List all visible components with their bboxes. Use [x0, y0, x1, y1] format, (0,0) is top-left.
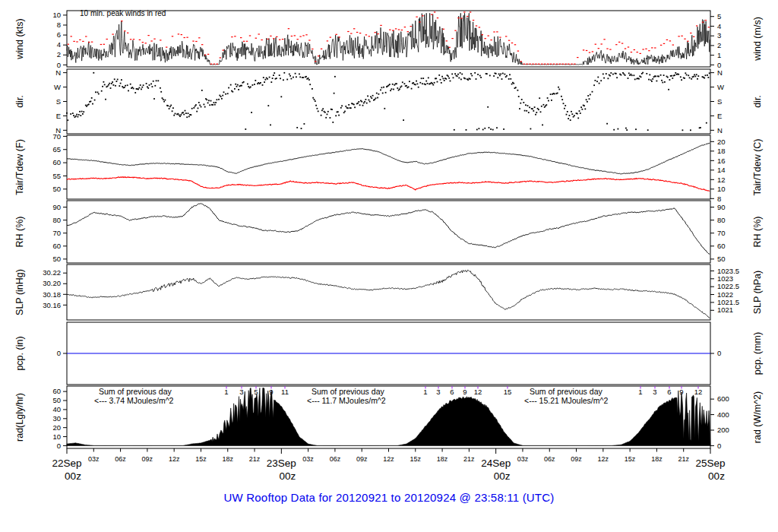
y-tick-label-right-dir: W: [717, 83, 724, 91]
direction-scatter-point: [557, 93, 558, 94]
wind-peak-mark: [511, 43, 513, 43]
direction-scatter-point: [593, 84, 595, 86]
wind-peak-mark: [231, 36, 232, 37]
direction-scatter-point: [314, 99, 315, 100]
wind-peak-mark: [443, 29, 444, 30]
wind-peak-mark: [184, 37, 185, 38]
direction-scatter-point: [492, 129, 494, 131]
direction-scatter-point: [595, 80, 596, 81]
x-hour-label: 21z: [678, 455, 689, 463]
wind-peak-mark: [517, 51, 519, 52]
direction-scatter-point: [227, 93, 229, 94]
wind-peak-mark: [463, 11, 465, 12]
wind-peak-mark: [446, 40, 448, 41]
direction-scatter-point: [511, 84, 513, 85]
direction-scatter-point: [341, 105, 343, 106]
wind-peak-mark: [261, 40, 262, 40]
direction-scatter-point: [445, 78, 447, 80]
wind-peak-mark: [532, 64, 533, 65]
rad-localhour-label: 5: [254, 388, 258, 396]
direction-scatter-point: [191, 114, 192, 116]
direction-scatter-point: [684, 78, 685, 79]
direction-scatter-point: [364, 101, 365, 103]
direction-scatter-point: [434, 82, 435, 84]
wind-peak-mark: [496, 31, 498, 32]
axis-label-left-slp: SLP (inHg): [14, 269, 25, 315]
direction-scatter-point: [262, 84, 264, 86]
direction-scatter-point: [495, 73, 497, 74]
wind-peak-mark: [186, 37, 188, 38]
y-tick-label-left-wind: 8: [57, 21, 61, 29]
wind-peak-mark: [172, 36, 173, 36]
wind-peak-mark: [407, 31, 409, 32]
wind-peak-mark: [451, 38, 453, 39]
direction-scatter-point: [618, 128, 619, 130]
wind-peak-mark: [71, 36, 72, 36]
direction-scatter-point: [496, 127, 498, 128]
direction-scatter-point: [678, 74, 679, 75]
direction-scatter-point: [392, 84, 394, 85]
wind-peak-mark: [684, 39, 685, 40]
wind-peak-mark: [166, 47, 167, 48]
direction-scatter-point: [489, 127, 490, 128]
direction-scatter-point: [334, 93, 335, 94]
wind-peak-mark: [485, 38, 486, 39]
direction-scatter-point: [163, 101, 165, 103]
direction-scatter-point: [535, 114, 536, 116]
wind-peak-mark: [103, 44, 105, 45]
direction-scatter-point: [393, 89, 394, 90]
wind-peak-mark: [305, 34, 307, 35]
direction-scatter-point: [91, 97, 93, 99]
rad-localhour-label: 9: [679, 388, 683, 396]
direction-scatter-point: [646, 73, 647, 74]
direction-scatter-point: [309, 84, 311, 85]
direction-scatter-point: [568, 118, 569, 119]
direction-scatter-point: [304, 123, 305, 125]
direction-scatter-point: [696, 74, 697, 75]
direction-scatter-point: [693, 76, 694, 78]
wind-peak-mark: [416, 17, 417, 17]
direction-scatter-point: [79, 111, 81, 112]
direction-scatter-point: [567, 111, 568, 112]
direction-scatter-point: [232, 91, 233, 93]
wind-peak-mark: [625, 48, 626, 49]
direction-scatter-point: [280, 78, 281, 79]
direction-scatter-point: [603, 78, 605, 79]
wind-peak-mark: [338, 36, 340, 37]
direction-scatter-point: [369, 101, 371, 103]
wind-peak-mark: [220, 57, 221, 58]
wind-peak-mark: [672, 45, 674, 46]
y-tick-label-right-rh: 70: [717, 229, 726, 237]
direction-scatter-point: [250, 87, 251, 88]
direction-scatter-point: [444, 80, 445, 81]
wind-peak-mark: [282, 39, 283, 40]
direction-scatter-point: [596, 81, 598, 82]
direction-scatter-point: [416, 81, 417, 82]
wind-peak-mark: [195, 41, 197, 42]
direction-scatter-point: [173, 115, 175, 116]
direction-scatter-point: [201, 90, 203, 91]
wind-peak-mark: [100, 44, 102, 45]
direction-scatter-point: [616, 77, 618, 78]
x-hour-label: 12z: [383, 455, 394, 463]
direction-scatter-point: [548, 100, 549, 102]
y-tick-label-left-tair: 55: [52, 172, 61, 180]
wind-peak-mark: [198, 37, 200, 38]
direction-scatter-point: [321, 115, 322, 116]
axis-label-right-tair: Tair/Tdew (C): [752, 138, 763, 195]
direction-scatter-point: [198, 108, 199, 109]
direction-scatter-point: [586, 99, 587, 100]
direction-scatter-point: [406, 85, 407, 87]
rad-localhour-label: 6: [667, 388, 671, 396]
axis-label-right-wind: wind (m/s): [752, 17, 763, 62]
wind-peak-mark: [419, 21, 420, 22]
wind-peak-mark: [482, 34, 483, 35]
direction-scatter-point: [327, 114, 328, 116]
y-tick-label-right-dir: N: [717, 126, 723, 135]
direction-scatter-point: [580, 106, 582, 108]
direction-scatter-point: [252, 84, 254, 86]
direction-scatter-point: [708, 77, 710, 78]
direction-scatter-point: [626, 129, 628, 131]
direction-scatter-point: [204, 106, 206, 108]
direction-scatter-point: [160, 87, 161, 89]
